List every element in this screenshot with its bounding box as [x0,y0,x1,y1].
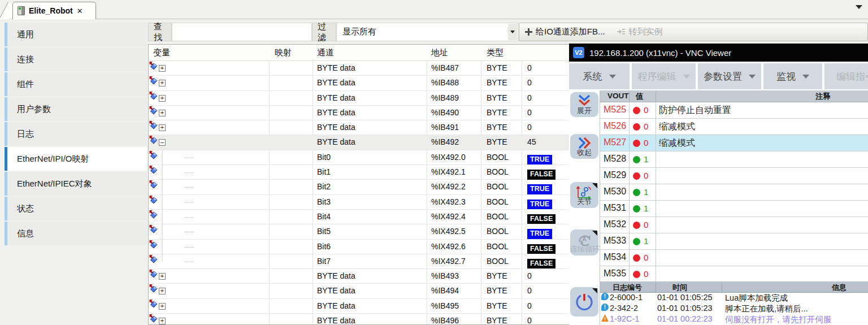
goto-instance-label: 转到实例 [629,27,663,37]
vnc-title-bar[interactable]: V2 192.168.1.200 (x11vnc) - VNC Viewer [569,44,868,62]
find-input[interactable] [172,23,312,41]
tree-expander-icon[interactable]: + [159,65,166,72]
value-cell[interactable]: 0 [527,108,532,117]
sidebar-item[interactable]: 状态 [5,197,147,220]
value-state-dot [633,222,640,229]
vout-row[interactable]: M535 0 [600,266,868,281]
log-row[interactable]: ! 2-6000-1 01-01 01:05:25 Lua脚本加载完成 [600,293,868,304]
address-cell: %IX492.2 [431,182,466,191]
input-channel-icon [149,254,158,263]
menu-item[interactable]: 程序编辑 [632,63,696,89]
tab-list-dropdown-icon[interactable] [856,5,862,9]
power-button[interactable] [570,287,598,317]
column-divider [629,102,630,118]
vout-row[interactable]: M527 0 缩减模式 [600,135,868,151]
sidebar-item[interactable]: 信息 [5,222,147,245]
menu-item[interactable]: 参数设置 [698,63,761,89]
corner-menu-indicator [592,231,597,236]
vout-row[interactable]: M529 0 [600,168,868,184]
value-cell[interactable]: 0 [527,286,532,295]
type-cell: BYTE [487,316,507,325]
vout-name: M529 [604,170,626,180]
value-cell[interactable]: 0 [527,78,532,87]
tree-expander-icon[interactable]: + [159,80,166,86]
channel-cell: BYTE data [317,93,355,102]
sidebar-item[interactable]: EtherNet/IPIEC对象 [5,172,147,196]
filter-dropdown[interactable]: 显示所有 [336,23,518,41]
sidebar-item[interactable]: 通用 [5,23,147,46]
sidebar-item[interactable]: 组件 [5,72,147,96]
value-cell[interactable]: 0 [527,271,532,280]
value-cell[interactable]: 0 [527,123,532,132]
log-row[interactable]: ! 1-92C-1 01-01 00:22:23 伺服没有打开，请先打开伺服 [600,314,868,325]
address-cell: %IB493 [431,271,459,280]
expand-button[interactable]: 展开 [570,92,598,117]
vout-row[interactable]: M534 0 [600,250,868,266]
bool-value-badge: FALSE [527,170,555,180]
tree-expander-icon[interactable]: + [159,303,166,310]
vout-row[interactable]: M532 0 [600,217,868,233]
address-cell: %IB489 [431,93,459,102]
address-cell: %IX492.7 [431,257,466,266]
collapse-button[interactable]: 收起 [570,134,598,159]
log-code: 1-92C-1 [610,314,639,323]
tree-expander-icon[interactable]: + [159,110,166,116]
column-divider [656,151,656,167]
tree-expander-icon[interactable]: + [159,273,166,280]
vout-row[interactable]: M530 1 [600,184,868,201]
close-icon[interactable]: ✕ [77,7,83,15]
value-cell[interactable]: 45 [527,137,536,146]
menu-item-label: 程序编辑 [638,70,676,83]
value-cell[interactable]: 0 [527,63,532,72]
menu-item[interactable]: 编辑指令 [824,63,868,89]
type-cell: BOOL [487,227,509,236]
chevron-down-icon [749,75,756,79]
channel-cell: BYTE data [317,301,355,310]
value-state-dot [633,205,640,213]
col-header-mapping: 映射 [275,47,292,58]
tree-expander-icon[interactable]: + [159,318,166,324]
input-channel-icon [149,120,158,129]
sidebar-item[interactable]: EtherNet/IPI/O映射 [5,147,147,171]
expand-icon [576,94,593,107]
sidebar-item[interactable]: 连接 [5,47,147,71]
vout-value: 1 [644,236,648,246]
tree-expander-icon[interactable]: + [159,288,166,294]
channel-cell: BYTE data [317,137,355,146]
joint-button[interactable]: 关节 [570,182,598,208]
type-cell: BOOL [487,153,509,162]
goto-instance-button[interactable]: 转到实例 [611,23,669,41]
vout-row[interactable]: M525 0 防护停止自动重置 [600,102,868,119]
tree-expander-icon[interactable]: + [159,95,166,102]
sidebar-item[interactable]: 用户参数 [5,97,147,121]
vout-row[interactable]: M533 1 [600,233,868,250]
bool-value-badge: TRUE [527,200,552,210]
sidebar-item-label: 用户参数 [17,104,51,115]
chevron-down-icon[interactable] [508,24,517,40]
continuous-loop-button[interactable]: A 连续循环 [570,229,598,255]
sidebar-item[interactable]: 日志 [5,122,147,146]
menu-item[interactable]: 监视 [763,63,822,89]
vout-row[interactable]: M528 1 [600,151,868,168]
add-fb-button[interactable]: 给IO通道添加FB... [519,23,611,41]
value-cell[interactable]: 0 [527,316,532,325]
log-row[interactable]: ! 2-342-2 01-01 01:05:23 脚本正在加载,请稍后... [600,304,868,314]
column-divider [629,92,630,102]
tree-expander-icon[interactable]: – [159,139,166,146]
vout-value: 1 [644,187,648,197]
type-cell: BYTE [487,63,507,72]
vout-name: M530 [604,187,626,197]
vout-comment: 缩减模式 [659,121,695,133]
menu-item[interactable]: 系统 [569,63,630,89]
tab-elite-robot[interactable]: Elite_Robot ✕ [12,2,96,19]
tree-expander-icon[interactable]: + [159,124,166,131]
input-channel-icon [149,165,158,174]
vout-row[interactable]: M526 0 缩减模式 [600,119,868,135]
log-time: 01-01 01:05:25 [657,293,713,302]
value-cell[interactable]: 0 [527,301,532,310]
robot-menu-bar: 系统 程序编辑 参数设置 监视 编辑指令 [569,62,868,89]
value-cell[interactable]: 0 [527,93,532,102]
vout-row[interactable]: M531 1 [600,201,868,217]
column-divider [629,201,630,216]
menu-item-label: 监视 [776,70,796,83]
